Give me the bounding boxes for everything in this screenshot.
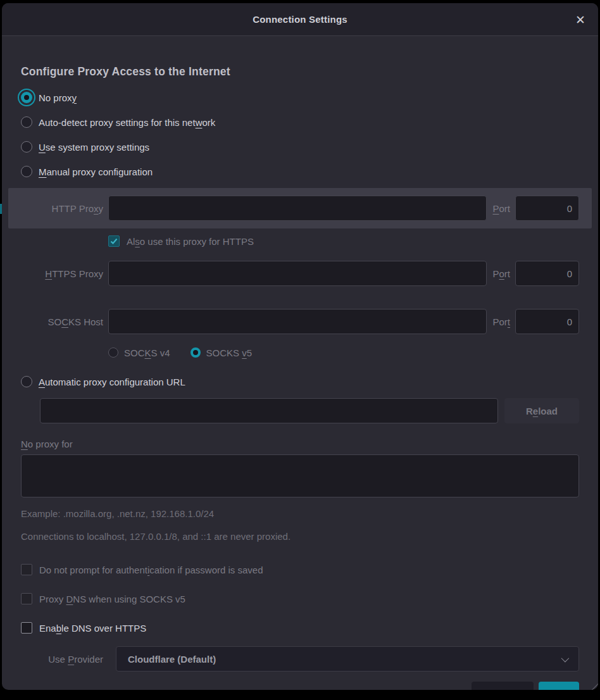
socks-v5-label: SOCKS v5 <box>206 347 253 358</box>
socks-host-row: SOCKS Host Port <box>21 309 579 334</box>
http-proxy-highlight-row: HTTP Proxy Port <box>8 188 592 228</box>
http-proxy-input[interactable] <box>108 196 487 221</box>
also-https-label: Also use this proxy for HTTPS <box>127 236 254 247</box>
https-proxy-input[interactable] <box>108 261 487 286</box>
radio-row-manual[interactable]: Manual proxy configuration <box>21 163 579 180</box>
radio-row-auto-url[interactable]: Automatic proxy configuration URL <box>21 373 579 390</box>
http-proxy-label: HTTP Proxy <box>21 203 103 214</box>
use-provider-label: Use Provider <box>21 654 103 665</box>
manual-proxy-label: Manual proxy configuration <box>39 166 153 177</box>
no-prompt-auth-label: Do not prompt for authentication if pass… <box>39 565 263 575</box>
check-icon <box>109 237 118 246</box>
no-proxy-for-textarea[interactable] <box>21 454 579 497</box>
http-proxy-row: HTTP Proxy Port <box>21 196 579 221</box>
dialog-content: Configure Proxy Access to the Internet N… <box>2 65 598 690</box>
no-proxy-label: No proxy <box>39 92 77 103</box>
http-port-input[interactable] <box>515 196 579 221</box>
proxy-dns-checkbox[interactable] <box>21 593 32 604</box>
socks-host-input[interactable] <box>108 309 487 334</box>
proxy-dns-label: Proxy DNS when using SOCKS v5 <box>39 594 185 604</box>
manual-proxy-radio[interactable] <box>21 166 32 177</box>
dialog-titlebar: Connection Settings ✕ <box>2 3 598 36</box>
https-proxy-label: HTTPS Proxy <box>21 268 103 279</box>
also-https-checkbox[interactable] <box>108 235 120 247</box>
socks-v5-radio[interactable] <box>191 347 201 358</box>
enable-doh-checkbox[interactable] <box>21 622 32 634</box>
use-system-label: Use system proxy settings <box>39 142 149 153</box>
socks-v4-radio[interactable] <box>108 347 118 358</box>
dns-provider-value: Cloudflare (Default) <box>128 654 561 665</box>
http-port-label: Port <box>492 203 510 214</box>
connection-settings-dialog: Connection Settings ✕ Configure Proxy Ac… <box>2 3 598 690</box>
socks-version-row: SOCKS v4 SOCKS v5 <box>108 344 579 361</box>
proxy-dns-row[interactable]: Proxy DNS when using SOCKS v5 <box>21 591 579 607</box>
no-proxy-for-label: No proxy for <box>21 439 579 449</box>
socks-port-label: Port <box>492 316 510 327</box>
reload-button[interactable]: Reload <box>504 398 579 423</box>
dns-provider-dropdown[interactable]: Cloudflare (Default) <box>116 646 579 672</box>
also-https-row[interactable]: Also use this proxy for HTTPS <box>108 233 579 249</box>
no-proxy-example-hint: Example: .mozilla.org, .net.nz, 192.168.… <box>21 508 579 519</box>
chevron-down-icon <box>561 654 570 662</box>
highlight-marker <box>0 204 2 214</box>
enable-doh-label: Enable DNS over HTTPS <box>39 623 146 634</box>
https-port-label: Port <box>492 268 510 279</box>
dialog-title: Connection Settings <box>253 14 347 25</box>
no-proxy-radio[interactable] <box>21 92 32 103</box>
localhost-hint: Connections to localhost, 127.0.0.1/8, a… <box>21 531 579 542</box>
cancel-button[interactable]: Cancel <box>472 682 533 690</box>
socks-host-label: SOCKS Host <box>21 316 103 327</box>
no-prompt-auth-checkbox[interactable] <box>21 564 32 575</box>
no-prompt-auth-row[interactable]: Do not prompt for authentication if pass… <box>21 561 579 578</box>
ok-button[interactable]: OK <box>539 682 580 690</box>
close-icon[interactable]: ✕ <box>575 13 585 25</box>
https-proxy-row: HTTPS Proxy Port <box>21 261 579 286</box>
socks-v4-label: SOCKS v4 <box>124 347 170 358</box>
enable-doh-row[interactable]: Enable DNS over HTTPS <box>21 620 579 636</box>
radio-row-auto-detect[interactable]: Auto-detect proxy settings for this netw… <box>21 114 579 130</box>
https-port-input[interactable] <box>515 261 579 286</box>
dns-provider-row: Use Provider Cloudflare (Default) <box>21 646 579 672</box>
auto-url-input-row: Reload <box>40 398 579 423</box>
auto-detect-radio[interactable] <box>21 116 32 128</box>
page-title: Configure Proxy Access to the Internet <box>21 65 579 78</box>
dialog-buttons: Cancel OK <box>21 682 579 690</box>
auto-url-radio[interactable] <box>21 376 32 387</box>
auto-url-input[interactable] <box>40 398 498 423</box>
use-system-radio[interactable] <box>21 141 32 153</box>
radio-row-use-system[interactable]: Use system proxy settings <box>21 139 579 155</box>
auto-url-label: Automatic proxy configuration URL <box>39 377 185 387</box>
socks-port-input[interactable] <box>515 309 579 334</box>
radio-row-no-proxy[interactable]: No proxy <box>21 89 579 106</box>
auto-detect-label: Auto-detect proxy settings for this netw… <box>39 117 215 128</box>
